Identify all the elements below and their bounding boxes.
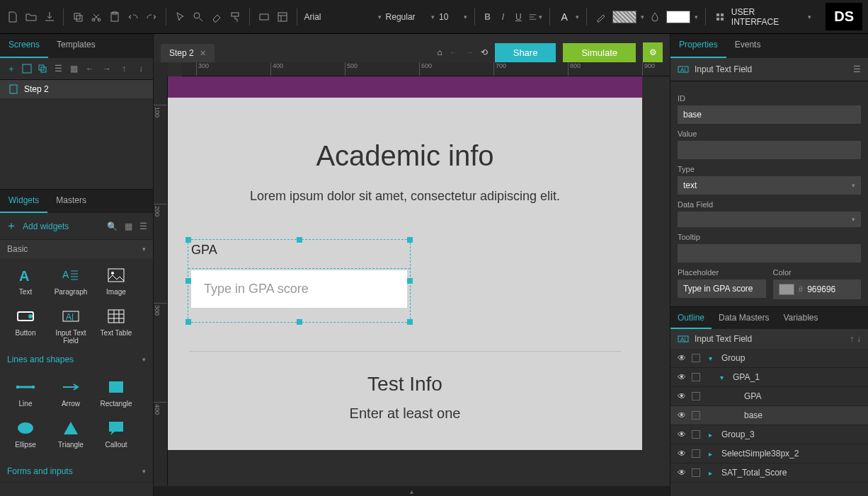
align-icon[interactable]: ▾ <box>528 10 542 24</box>
color-input[interactable]: #969696 <box>773 279 862 299</box>
add-widgets-label[interactable]: Add widgets <box>23 221 69 231</box>
lock-box[interactable] <box>692 354 700 362</box>
tab-variables[interactable]: Variables <box>776 307 825 329</box>
format-paint-icon[interactable] <box>228 10 242 24</box>
cut-icon[interactable] <box>89 10 103 24</box>
stroke-swatch[interactable] <box>612 11 636 23</box>
widget-callout[interactable]: Callout <box>93 415 139 456</box>
tab-events[interactable]: Events <box>726 34 770 58</box>
home-icon[interactable]: ⌂ <box>437 47 442 57</box>
search-widgets-icon[interactable]: 🔍 <box>107 221 118 231</box>
forward-icon[interactable]: → <box>465 47 474 57</box>
widget-line[interactable]: Line <box>3 374 48 415</box>
widget-group-forms[interactable]: Forms and inputs▾ <box>0 461 153 482</box>
screen-image-icon[interactable] <box>21 62 33 75</box>
visibility-icon[interactable]: 👁 <box>678 468 687 478</box>
open-folder-icon[interactable] <box>24 10 38 24</box>
widget-image[interactable]: Image <box>93 263 139 304</box>
text-color-icon[interactable]: A <box>557 10 571 24</box>
close-tab-icon[interactable]: ✕ <box>200 49 206 58</box>
widget-ellipse[interactable]: Ellipse <box>3 415 48 456</box>
tab-outline[interactable]: Outline <box>670 307 712 329</box>
selected-widget-gpa[interactable]: GPA Type in GPA score <box>188 239 411 323</box>
datafield-select[interactable]: ▾ <box>678 212 861 227</box>
visibility-icon[interactable]: 👁 <box>678 410 687 420</box>
simulate-settings-icon[interactable]: ⚙ <box>643 42 663 62</box>
grid-widgets-icon[interactable]: ▦ <box>125 221 132 231</box>
type-select[interactable]: text▾ <box>678 176 861 195</box>
pointer-icon[interactable] <box>173 10 188 24</box>
visibility-icon[interactable]: 👁 <box>678 429 687 439</box>
resize-handle[interactable] <box>185 237 191 243</box>
nav-left-icon[interactable]: ← <box>84 62 96 75</box>
ui-kit-select[interactable]: USER INTERFACE▾ <box>731 7 811 27</box>
lock-box[interactable] <box>692 411 700 420</box>
outline-item[interactable]: 👁base <box>670 406 868 425</box>
screen-copy-icon[interactable] <box>37 62 48 75</box>
gpa-input[interactable]: Type in GPA score <box>191 270 407 308</box>
visibility-icon[interactable]: 👁 <box>678 449 687 458</box>
rect-icon[interactable] <box>257 10 271 24</box>
font-weight-select[interactable]: Regular▾ <box>386 12 435 22</box>
collapse-bottom-icon[interactable]: ▴ <box>154 486 670 496</box>
redo-icon[interactable] <box>144 10 159 24</box>
pen-icon[interactable] <box>594 10 608 24</box>
visibility-icon[interactable]: 👁 <box>678 391 687 401</box>
resize-handle[interactable] <box>297 237 302 243</box>
resize-handle[interactable] <box>407 319 413 325</box>
widget-text-table[interactable]: Text Table <box>93 304 139 345</box>
more-icon[interactable] <box>713 10 727 24</box>
download-icon[interactable] <box>42 10 57 24</box>
widget-group-basic[interactable]: Basic▾ <box>0 239 153 258</box>
copy-icon[interactable] <box>71 10 85 24</box>
widget-button[interactable]: Button <box>3 304 48 345</box>
visibility-icon[interactable]: 👁 <box>678 372 687 382</box>
tab-data-masters[interactable]: Data Masters <box>712 307 776 329</box>
widget-input-text-field[interactable]: A|Input Text Field <box>48 304 93 345</box>
widget-triangle[interactable]: Triangle <box>48 415 93 456</box>
resize-handle[interactable] <box>185 278 191 284</box>
resize-handle[interactable] <box>407 278 413 284</box>
canvas[interactable]: Academic info Lorem ipsum dolor sit amet… <box>168 76 670 486</box>
undo-icon[interactable] <box>126 10 140 24</box>
fill-icon[interactable] <box>649 10 663 24</box>
tab-properties[interactable]: Properties <box>670 34 726 58</box>
tab-masters[interactable]: Masters <box>47 190 95 213</box>
outline-down-icon[interactable]: ↓ <box>857 334 861 344</box>
placeholder-input[interactable] <box>678 279 766 298</box>
underline-icon[interactable]: U <box>513 10 524 24</box>
screen-item-step2[interactable]: Step 2 <box>0 80 153 98</box>
font-size-select[interactable]: 10▾ <box>439 12 467 22</box>
widget-rectangle[interactable]: Rectangle <box>93 374 139 415</box>
fill-chev[interactable]: ▾ <box>695 13 698 21</box>
nav-right-icon[interactable]: → <box>101 62 113 75</box>
italic-icon[interactable]: I <box>497 10 508 24</box>
add-widget-icon[interactable]: ＋ <box>6 219 17 233</box>
list-view-icon[interactable]: ☰ <box>52 62 64 75</box>
lock-box[interactable] <box>692 392 700 400</box>
simulate-button[interactable]: Simulate <box>563 43 636 62</box>
lock-box[interactable] <box>692 373 700 381</box>
widget-arrow[interactable]: Arrow <box>48 374 93 415</box>
bold-icon[interactable]: B <box>482 10 493 24</box>
paste-icon[interactable] <box>108 10 122 24</box>
outline-item[interactable]: 👁▸SAT_Total_Score <box>670 463 868 483</box>
font-select[interactable]: Arial▾ <box>304 12 382 22</box>
outline-item[interactable]: 👁▸Group_3 <box>670 425 868 444</box>
widget-text[interactable]: AText <box>3 263 48 304</box>
canvas-tab-step2[interactable]: Step 2 ✕ <box>161 44 215 62</box>
add-screen-icon[interactable]: ＋ <box>6 62 17 75</box>
tab-templates[interactable]: Templates <box>48 34 104 58</box>
tooltip-input[interactable] <box>678 244 861 263</box>
resize-handle[interactable] <box>407 237 413 243</box>
widget-group-lines[interactable]: Lines and shapes▾ <box>0 349 153 370</box>
list-widgets-icon[interactable]: ☰ <box>139 221 147 231</box>
outline-item[interactable]: 👁▾Group <box>670 349 868 368</box>
outline-up-icon[interactable]: ↑ <box>850 334 854 344</box>
resize-handle[interactable] <box>297 319 302 325</box>
lock-box[interactable] <box>692 468 700 477</box>
resize-handle[interactable] <box>185 319 191 325</box>
nav-up-icon[interactable]: ↑ <box>118 62 130 75</box>
nav-down-icon[interactable]: ↓ <box>135 62 147 75</box>
visibility-icon[interactable]: 👁 <box>678 353 687 363</box>
